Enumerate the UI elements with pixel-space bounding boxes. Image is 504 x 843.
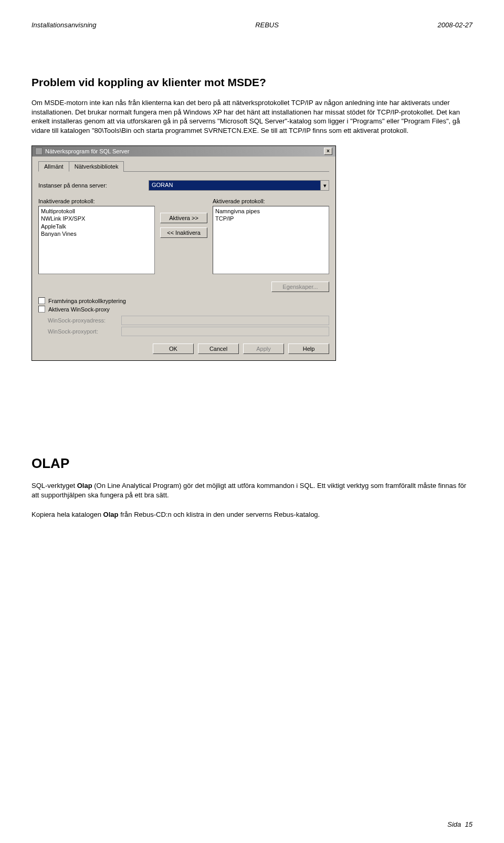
instance-label: Instanser på denna server: <box>38 182 149 189</box>
enabled-label: Aktiverade protokoll: <box>213 198 329 204</box>
list-item[interactable]: Banyan Vines <box>41 230 152 237</box>
chevron-down-icon[interactable]: ▾ <box>320 181 329 190</box>
close-button[interactable]: × <box>324 148 332 155</box>
app-icon <box>35 148 43 155</box>
force-encryption-checkbox[interactable] <box>38 297 45 304</box>
page-header: Installationsanvisning REBUS 2008-02-27 <box>32 21 472 29</box>
header-right: 2008-02-27 <box>438 21 473 29</box>
activate-button[interactable]: Aktivera >> <box>160 213 207 223</box>
list-item[interactable]: AppleTalk <box>41 223 152 230</box>
proxy-port-input <box>121 327 329 336</box>
list-item[interactable]: Namngivna pipes <box>215 207 327 215</box>
section2-title: OLAP <box>32 455 472 472</box>
winsock-proxy-checkbox[interactable] <box>38 306 45 313</box>
proxy-address-label: WinSock-proxyadress: <box>48 317 121 324</box>
apply-button[interactable]: Apply <box>243 344 284 354</box>
tabstrip: Allmänt Nätverksbibliotek <box>38 161 329 172</box>
header-center: REBUS <box>255 21 279 29</box>
section2-body1: SQL-verktyget Olap (On Line Analytical P… <box>32 481 472 499</box>
help-button[interactable]: Help <box>288 344 329 354</box>
dialog-title: Nätverksprogram för SQL Server <box>45 148 129 154</box>
dialog-titlebar: Nätverksprogram för SQL Server × <box>32 146 335 157</box>
section2-body2: Kopiera hela katalogen Olap från Rebus-C… <box>32 510 472 519</box>
winsock-proxy-label: Aktivera WinSock-proxy <box>48 306 110 313</box>
tab-library[interactable]: Nätverksbibliotek <box>69 161 124 172</box>
section1-title: Problem vid koppling av klienter mot MSD… <box>32 76 472 89</box>
instance-value: GORAN <box>149 181 320 190</box>
list-item[interactable]: NWLink IPX/SPX <box>41 215 152 222</box>
deactivate-button[interactable]: << Inaktivera <box>160 227 207 238</box>
ok-button[interactable]: OK <box>153 344 194 354</box>
sql-network-dialog: Nätverksprogram för SQL Server × Allmänt… <box>32 145 336 361</box>
instance-dropdown[interactable]: GORAN ▾ <box>149 180 329 191</box>
tab-general[interactable]: Allmänt <box>38 161 69 172</box>
list-item[interactable]: TCP/IP <box>215 215 327 222</box>
proxy-address-input <box>121 316 329 325</box>
page-footer: Sida 15 <box>447 820 472 828</box>
force-encryption-label: Framtvinga protokollkryptering <box>48 298 126 304</box>
cancel-button[interactable]: Cancel <box>198 344 239 354</box>
header-left: Installationsanvisning <box>32 21 97 29</box>
properties-button[interactable]: Egenskaper... <box>271 282 329 292</box>
disabled-label: Inaktiverade protokoll: <box>38 198 155 204</box>
list-item[interactable]: Multiprotokoll <box>41 207 152 215</box>
proxy-port-label: WinSock-proxyport: <box>48 328 121 335</box>
section1-body: Om MSDE-motorn inte kan nås från kliente… <box>32 98 472 135</box>
disabled-listbox[interactable]: Multiprotokoll NWLink IPX/SPX AppleTalk … <box>38 206 155 274</box>
enabled-listbox[interactable]: Namngivna pipes TCP/IP <box>213 206 329 274</box>
